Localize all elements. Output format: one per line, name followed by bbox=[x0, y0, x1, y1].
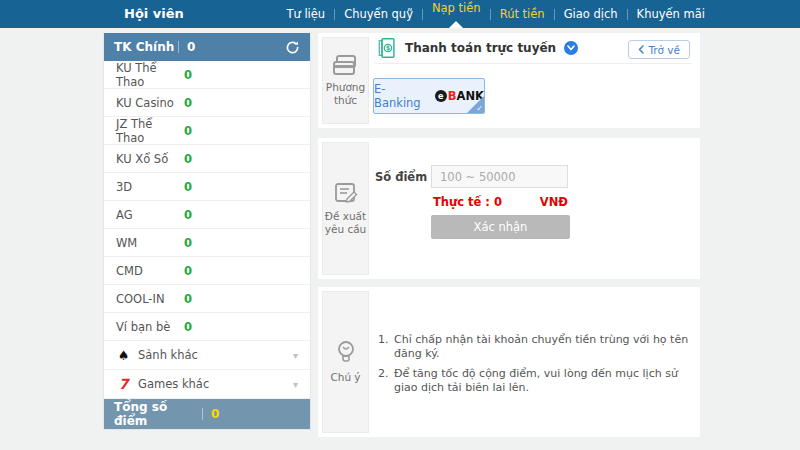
total-points-row: Tổng số điểm 0 bbox=[104, 399, 310, 429]
lightbulb-icon bbox=[335, 340, 357, 366]
expander-sanh-khac[interactable]: ♠ Sảnh khác ▾ bbox=[104, 341, 310, 370]
payment-method-rail: Phương thức bbox=[322, 37, 369, 124]
nav-item-rut-tien[interactable]: Rút tiền bbox=[491, 7, 554, 21]
actual-amount-row: Thực tế : 0 VNĐ bbox=[433, 195, 568, 209]
check-icon: ✓ bbox=[476, 104, 483, 113]
chevron-down-badge-icon[interactable] bbox=[564, 41, 578, 55]
rail-label: Phương thức bbox=[323, 81, 368, 107]
divider bbox=[202, 408, 203, 420]
credit-card-icon bbox=[333, 54, 359, 76]
balance-sidebar: TK Chính 0 KU Thể Thao0 KU Casino0 JZ Th… bbox=[103, 33, 311, 430]
active-tab-pointer-icon bbox=[449, 21, 463, 28]
total-points-value: 0 bbox=[211, 407, 219, 421]
notes-rail: Chú ý bbox=[322, 291, 369, 433]
balance-row-ku-xo-so[interactable]: KU Xổ Số0 bbox=[104, 145, 310, 173]
nav-item-nap-tien[interactable]: Nạp tiền bbox=[423, 7, 490, 21]
expander-games-khac[interactable]: 7 Games khác ▾ bbox=[104, 370, 310, 399]
svg-text:$: $ bbox=[386, 44, 391, 52]
back-button[interactable]: Trở về bbox=[628, 40, 690, 59]
balance-row-3d[interactable]: 3D0 bbox=[104, 173, 310, 201]
form-pencil-icon bbox=[333, 181, 359, 205]
note-item: 1. Chỉ chấp nhận tài khoản chuyển tiền t… bbox=[378, 333, 700, 361]
refresh-icon[interactable] bbox=[285, 40, 300, 55]
deposit-rail: Đề xuất yêu cầu bbox=[322, 142, 369, 275]
notes-section: Chú ý 1. Chỉ chấp nhận tài khoản chuyển … bbox=[318, 287, 700, 437]
nav-item-tu-lieu[interactable]: Tư liệu bbox=[277, 7, 334, 21]
chevron-down-icon: ▾ bbox=[293, 350, 298, 361]
nav-item-giao-dich[interactable]: Giao dịch bbox=[555, 7, 627, 21]
balance-row-wm[interactable]: WM0 bbox=[104, 229, 310, 257]
online-payment-icon: $ bbox=[378, 37, 397, 59]
balance-row-vi-ban-be[interactable]: Ví bạn bè0 bbox=[104, 313, 310, 341]
balance-row-cool-in[interactable]: COOL-IN0 bbox=[104, 285, 310, 313]
ebanking-label: E-Banking bbox=[374, 82, 431, 110]
top-nav: Tư liệu Chuyển quỹ Nạp tiền Rút tiền Gia… bbox=[277, 0, 714, 28]
ebanking-method-tile[interactable]: E-Banking eBANK ✓ bbox=[373, 78, 485, 114]
expander-label: Games khác bbox=[138, 377, 209, 391]
main-account-label: TK Chính bbox=[114, 40, 178, 54]
notes-list: 1. Chỉ chấp nhận tài khoản chuyển tiền t… bbox=[378, 333, 700, 401]
seven-icon: 7 bbox=[116, 376, 131, 392]
balance-row-jz-the-thao[interactable]: JZ Thể Thao0 bbox=[104, 117, 310, 145]
payment-method-section: Phương thức $ Thanh toán trực tuyến Trở … bbox=[318, 33, 700, 128]
amount-input[interactable] bbox=[431, 165, 568, 188]
member-deposit-page: Hội viên Tư liệu Chuyển quỹ Nạp tiền Rút… bbox=[0, 0, 800, 450]
payment-title: Thanh toán trực tuyến bbox=[405, 41, 556, 55]
spade-icon: ♠ bbox=[116, 348, 131, 363]
rail-label: Chú ý bbox=[330, 371, 360, 384]
main-account-balance: 0 bbox=[187, 40, 195, 54]
expander-label: Sảnh khác bbox=[138, 348, 198, 362]
payment-header: $ Thanh toán trực tuyến bbox=[378, 33, 578, 63]
confirm-button[interactable]: Xác nhận bbox=[431, 215, 570, 239]
balance-row-ku-casino[interactable]: KU Casino0 bbox=[104, 89, 310, 117]
actual-amount: Thực tế : 0 bbox=[433, 195, 502, 209]
rail-label: Đề xuất yêu cầu bbox=[323, 210, 368, 236]
main-account-row: TK Chính 0 bbox=[104, 33, 310, 61]
balance-row-cmd[interactable]: CMD0 bbox=[104, 257, 310, 285]
currency-label: VNĐ bbox=[540, 195, 568, 209]
nav-item-chuyen-quy[interactable]: Chuyển quỹ bbox=[335, 7, 422, 21]
divider bbox=[178, 41, 179, 53]
balance-row-ag[interactable]: AG0 bbox=[104, 201, 310, 229]
page-title: Hội viên bbox=[124, 0, 184, 28]
divider bbox=[375, 63, 692, 64]
total-points-label: Tổng số điểm bbox=[114, 400, 202, 428]
note-item: 2. Để tăng tốc độ cộng điểm, vui lòng đế… bbox=[378, 367, 700, 395]
chevron-down-icon: ▾ bbox=[293, 379, 298, 390]
nav-item-khuyen-mai[interactable]: Khuyến mãi bbox=[628, 7, 714, 21]
balance-row-ku-the-thao[interactable]: KU Thể Thao0 bbox=[104, 61, 310, 89]
deposit-form-section: Đề xuất yêu cầu Số điểm nạp : Thực tế : … bbox=[318, 138, 700, 279]
top-navigation-bar: Hội viên Tư liệu Chuyển quỹ Nạp tiền Rút… bbox=[0, 0, 800, 28]
chevron-left-icon bbox=[638, 45, 644, 54]
